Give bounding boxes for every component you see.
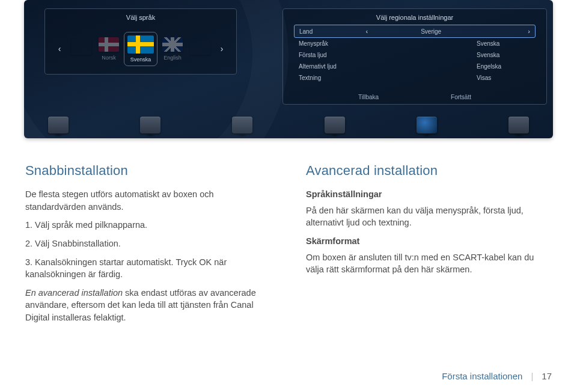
back-button[interactable]: Tillbaka: [358, 94, 379, 100]
setting-row-forsta-ljud[interactable]: Första ljud Svenska: [294, 49, 536, 61]
setting-value: Svenska: [477, 40, 531, 47]
paragraph: De flesta stegen utförs automatiskt av b…: [25, 188, 271, 213]
setting-key: Alternativt ljud: [299, 63, 337, 70]
chevron-right-icon[interactable]: ›: [528, 28, 530, 35]
continue-button[interactable]: Fortsätt: [451, 94, 471, 100]
setting-key: Land: [299, 28, 313, 35]
dock-icon[interactable]: [508, 117, 529, 133]
setting-value: Visas: [477, 75, 531, 81]
setting-row-textning[interactable]: Textning Visas: [294, 72, 536, 84]
language-option-norsk[interactable]: Norsk: [99, 37, 119, 61]
flag-icon: [71, 40, 91, 55]
app-dock: [24, 117, 553, 133]
setting-key: Textning: [299, 75, 321, 81]
chevron-right-icon[interactable]: ›: [218, 44, 226, 53]
language-option: [71, 40, 91, 58]
footer-divider: |: [531, 371, 533, 381]
paragraph: Om boxen är ansluten till tv:n med en SC…: [306, 251, 552, 276]
heading-avancerad: Avancerad installation: [306, 161, 552, 180]
stb-screenshot: Välj språk ‹ Norsk Svenska English: [24, 0, 553, 138]
chevron-left-icon[interactable]: ‹: [365, 28, 368, 35]
language-carousel: ‹ Norsk Svenska English ›: [45, 29, 236, 68]
dock-icon[interactable]: [232, 117, 252, 133]
document-body: Snabbinstallation De flesta stegen utför…: [25, 161, 552, 329]
language-option-english[interactable]: English: [162, 37, 183, 61]
chevron-left-icon[interactable]: ‹: [55, 44, 64, 53]
setting-value: Engelska: [477, 63, 531, 70]
setting-value: Sverige: [421, 28, 475, 35]
language-label: Norsk: [102, 55, 116, 61]
dock-globe-icon[interactable]: [417, 117, 437, 133]
heading-snabbinstallation: Snabbinstallation: [25, 161, 271, 180]
setting-row-menysprak[interactable]: Menyspråk Svenska: [294, 38, 536, 49]
list-item: 2. Välj Snabbinstallation.: [25, 237, 271, 250]
right-column: Avancerad installation Språkinställninga…: [306, 161, 552, 329]
paragraph: På den här skärmen kan du välja menysprå…: [306, 204, 552, 229]
flag-sweden-icon: [127, 35, 154, 54]
paragraph: En avancerad installation ska endast utf…: [25, 287, 271, 324]
setting-row-alt-ljud[interactable]: Alternativt ljud Engelska: [294, 61, 536, 72]
footer-section-title: Första installationen: [442, 371, 522, 381]
dock-icon[interactable]: [140, 117, 160, 133]
subheading-sprak: Språkinställningar: [306, 188, 552, 201]
footer-page-number: 17: [542, 371, 552, 381]
regional-panel-title: Välj regionala inställningar: [376, 14, 453, 21]
flag-norway-icon: [99, 37, 119, 52]
setting-key: Menyspråk: [299, 40, 328, 47]
list-item: 1. Välj språk med pilknapparna.: [25, 219, 271, 231]
regional-panel-footer: Tillbaka Fortsätt: [283, 94, 546, 100]
page-footer: Första installationen | 17: [442, 371, 552, 381]
language-panel: Välj språk ‹ Norsk Svenska English: [44, 8, 237, 75]
regional-settings-panel: Välj regionala inställningar Land ‹ Sver…: [282, 8, 547, 105]
language-option-svenska[interactable]: Svenska: [126, 34, 155, 64]
left-column: Snabbinstallation De flesta stegen utför…: [25, 161, 271, 329]
setting-row-land[interactable]: Land ‹ Sverige ›: [294, 25, 536, 38]
dock-icon[interactable]: [48, 117, 69, 133]
list-item: 3. Kanalsökningen startar automatiskt. T…: [25, 256, 271, 281]
language-option: [190, 40, 210, 58]
setting-key: Första ljud: [299, 52, 327, 58]
flag-uk-icon: [162, 37, 183, 52]
flag-icon: [190, 40, 210, 55]
dock-icon[interactable]: [325, 117, 345, 133]
language-label: English: [163, 55, 182, 61]
emphasis: En avancerad installation: [25, 288, 123, 298]
subheading-skarmformat: Skärmformat: [306, 235, 552, 248]
setting-value: Svenska: [477, 52, 531, 58]
language-label: Svenska: [130, 57, 151, 63]
language-panel-title: Välj språk: [126, 14, 155, 21]
